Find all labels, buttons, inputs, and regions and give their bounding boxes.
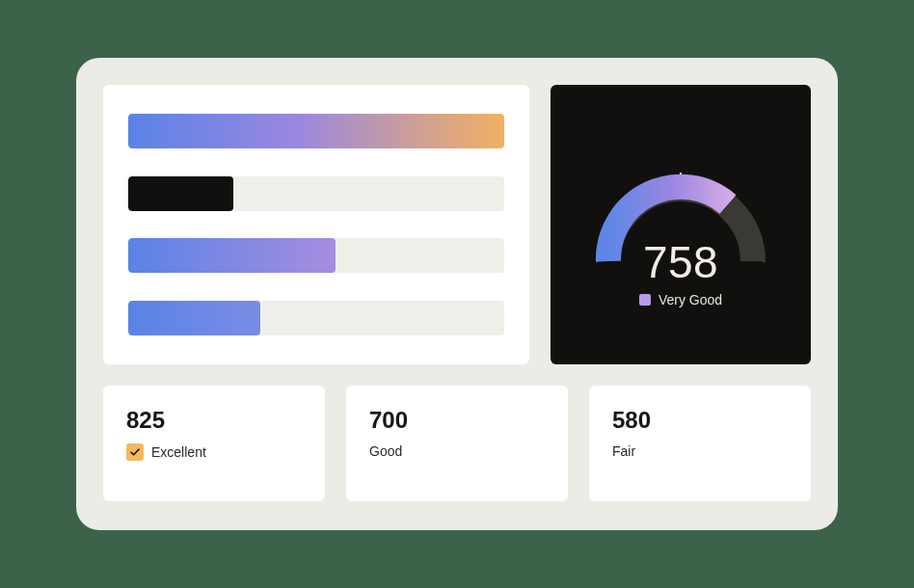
tile-label: Excellent xyxy=(151,444,206,460)
tile-value: 580 xyxy=(612,407,788,434)
bottom-row: 825 Excellent 700 Good 580 Fair xyxy=(103,386,811,501)
bar-2 xyxy=(128,176,504,211)
tile-value: 700 xyxy=(369,407,545,434)
bar-2-fill xyxy=(128,176,233,211)
tile-value: 825 xyxy=(126,407,302,434)
tile-excellent: 825 Excellent xyxy=(103,386,325,501)
gauge-chart: 758 xyxy=(579,155,782,281)
dashboard-panel: 758 Very Good 825 Excellent 700 Good xyxy=(76,58,838,530)
gauge-value: 758 xyxy=(579,236,782,288)
bar-3 xyxy=(128,238,504,273)
bar-1-fill xyxy=(128,114,504,148)
tile-label-row: Good xyxy=(369,443,545,459)
check-icon xyxy=(126,443,144,461)
tile-label: Good xyxy=(369,443,402,459)
tile-good: 700 Good xyxy=(346,386,568,501)
gauge-label-row: Very Good xyxy=(639,292,722,307)
bar-1 xyxy=(128,114,504,148)
tile-label-row: Excellent xyxy=(126,443,302,461)
bars-card xyxy=(103,85,529,364)
gauge-swatch-icon xyxy=(639,294,651,306)
bar-3-fill xyxy=(128,238,336,273)
tile-fair: 580 Fair xyxy=(589,386,811,501)
tile-label: Fair xyxy=(612,443,635,459)
bar-4-fill xyxy=(128,301,260,335)
bar-4 xyxy=(128,301,504,335)
top-row: 758 Very Good xyxy=(103,85,811,364)
gauge-label: Very Good xyxy=(659,292,722,307)
tile-label-row: Fair xyxy=(612,443,788,459)
gauge-card: 758 Very Good xyxy=(551,85,811,364)
